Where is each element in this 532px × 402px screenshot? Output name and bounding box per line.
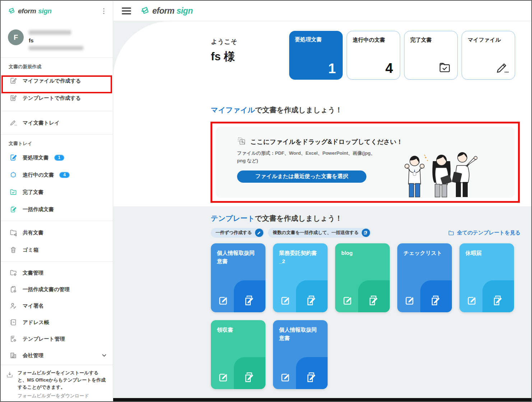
eformsign-logo-icon: [140, 6, 150, 16]
myfile-section-heading: マイファイルで文書を作成しましょう！: [211, 105, 342, 115]
create-bulk-icon[interactable]: [367, 294, 380, 307]
create-bulk-icon[interactable]: [243, 371, 255, 383]
chevron-down-icon: [101, 352, 107, 358]
doc-pencil-icon: [9, 77, 17, 85]
sidebar-item-label: 完了文書: [23, 189, 43, 196]
folder-check-icon: [438, 61, 452, 74]
stat-label: 要処理文書: [295, 36, 322, 43]
legend-create-bulk: 複数の文書を一括作成して、一括送信する: [268, 228, 371, 238]
sidebar-item-pending-docs[interactable]: 要処理文書 1: [1, 149, 113, 166]
template-grid: 個人情報取扱同意書 業務委託契約書_2 blog: [211, 243, 521, 389]
hamburger-menu-icon[interactable]: [122, 8, 131, 14]
sidebar-item-company-management[interactable]: 会社管理: [1, 347, 113, 364]
create-single-icon[interactable]: [279, 372, 291, 383]
create-single-icon[interactable]: [342, 295, 353, 307]
sidebar-logo[interactable]: eformsign: [8, 7, 51, 15]
bottom-strip: [113, 398, 531, 401]
welcome-greeting: ようこそ: [211, 37, 237, 46]
template-title: 領収書: [217, 326, 259, 334]
count-badge: 1: [54, 155, 65, 161]
sidebar-item-my-signature[interactable]: マイ署名: [1, 298, 113, 314]
create-bulk-icon[interactable]: [305, 371, 318, 383]
sidebar-item-in-progress-docs[interactable]: 進行中の文書 4: [1, 166, 113, 183]
select-file-button[interactable]: ファイルまたは最近使った文書を選択: [237, 170, 366, 183]
stat-card-in-progress-docs[interactable]: 進行中の文書 4: [347, 31, 400, 80]
create-bulk-icon[interactable]: [430, 294, 442, 307]
stat-card-pending-docs[interactable]: 要処理文書 1: [289, 31, 343, 80]
legend-label: 複数の文書を一括作成して、一括送信する: [273, 230, 358, 236]
sidebar-item-my-doc-tray[interactable]: マイ文書トレイ: [1, 114, 113, 131]
sidebar-item-template-management[interactable]: テンプレート管理: [1, 331, 113, 347]
dropzone-wrap: ここにファイルをドラッグ&ドロップしてください！ ファイルの形式：PDF、Wor…: [211, 122, 520, 203]
sidebar-item-trash[interactable]: ゴミ箱: [1, 241, 113, 258]
sidebar-item-label: 要処理文書: [23, 154, 49, 161]
create-single-icon[interactable]: [404, 295, 415, 307]
kebab-menu-icon[interactable]: [100, 7, 108, 15]
template-card[interactable]: 休暇届: [459, 243, 514, 312]
trash-icon: [9, 246, 17, 254]
create-single-icon[interactable]: [217, 295, 229, 307]
stat-label: 進行中の文書: [353, 37, 385, 43]
template-pencil-icon: [9, 94, 17, 102]
template-title: 休暇届: [466, 249, 508, 257]
template-card[interactable]: 業務委託契約書_2: [273, 243, 328, 312]
main-body: ようこそ fs 様 要処理文書 1 進行中の文書 4 完了文書: [113, 21, 531, 401]
template-card[interactable]: チェックリスト: [397, 243, 452, 312]
sidebar-item-shared-docs[interactable]: 共有文書: [1, 224, 113, 241]
stat-label: 完了文書: [410, 37, 432, 43]
stat-card-completed-docs[interactable]: 完了文書: [404, 31, 458, 80]
create-single-icon[interactable]: [466, 295, 477, 307]
main-header: eformsign: [113, 1, 531, 21]
formbuilder-download-link[interactable]: フォームビルダーをダウンロード: [18, 393, 108, 399]
pencil-ellipsis-icon: [495, 61, 509, 74]
template-title: 個人情報取扱同意書: [217, 249, 259, 266]
logo-word-eform: eform: [18, 7, 36, 15]
sidebar-item-bulk-created-docs[interactable]: 一括作成文書: [1, 201, 113, 218]
sidebar-item-address-book[interactable]: アドレス帳: [1, 314, 113, 331]
template-card[interactable]: 個人情報取扱同意書: [273, 320, 328, 389]
sidebar-item-label: 会社管理: [23, 352, 43, 359]
stat-value: 4: [385, 61, 393, 76]
template-title: 個人情報取扱同意書: [279, 326, 321, 342]
sidebar-item-label: マイ署名: [23, 303, 44, 309]
building-icon: [9, 351, 17, 359]
sidebar-item-doc-management[interactable]: 文書管理: [1, 265, 113, 281]
view-all-templates-link[interactable]: 全てのテンプレートを見る: [448, 229, 521, 236]
dropzone-title: ここにファイルをドラッグ&ドロップしてください！: [250, 137, 403, 146]
doc-gear-icon: [9, 335, 17, 343]
create-single-icon[interactable]: [279, 295, 291, 307]
sidebar-item-label: 進行中の文書: [23, 172, 54, 178]
heading-rest: で文書を作成しましょう！: [255, 106, 342, 114]
template-card[interactable]: blog: [335, 243, 390, 312]
header-logo[interactable]: eformsign: [140, 6, 193, 16]
person-signature-icon: [9, 302, 17, 310]
logo-word-eform: eform: [152, 6, 174, 16]
sidebar-item-create-from-myfile[interactable]: マイファイルで作成する: [1, 72, 113, 89]
sidebar-item-label: ゴミ箱: [23, 247, 38, 253]
sidebar-item-label: マイ文書トレイ: [23, 120, 60, 126]
stat-label: マイファイル: [468, 37, 501, 43]
template-title: 業務委託契約書_2: [279, 249, 321, 266]
file-dropzone[interactable]: ここにファイルをドラッグ&ドロップしてください！ ファイルの形式：PDF、Wor…: [216, 127, 515, 198]
create-single-icon[interactable]: [217, 372, 229, 383]
template-card[interactable]: 個人情報取扱同意書: [211, 243, 265, 312]
folder-check-icon: [9, 188, 17, 196]
app-window: eformsign F fs 文書の新規作成 マイファイルで作成する: [0, 0, 532, 402]
sidebar-item-bulk-doc-management[interactable]: 一括作成文書の管理: [1, 281, 113, 298]
profile-username: fs: [29, 37, 83, 43]
eformsign-logo-icon: [8, 7, 16, 15]
sidebar-item-create-from-template[interactable]: テンプレートで作成する: [1, 89, 113, 107]
address-book-icon: [9, 318, 17, 326]
legend-create-single: 一件ずつ作成する: [211, 228, 264, 238]
redacted-email: [29, 46, 83, 50]
template-card[interactable]: 領収書: [211, 320, 265, 389]
section-label-doc-tray: 文書トレイ: [9, 140, 113, 147]
sidebar-item-completed-docs[interactable]: 完了文書: [1, 183, 113, 201]
stat-card-my-files[interactable]: マイファイル: [462, 31, 515, 80]
create-bulk-icon[interactable]: [305, 294, 318, 307]
redacted-name: [29, 30, 71, 35]
team-illustration: [398, 146, 480, 198]
pencil-circle-icon: [255, 229, 263, 237]
create-bulk-icon[interactable]: [492, 294, 504, 307]
create-bulk-icon[interactable]: [243, 294, 255, 307]
